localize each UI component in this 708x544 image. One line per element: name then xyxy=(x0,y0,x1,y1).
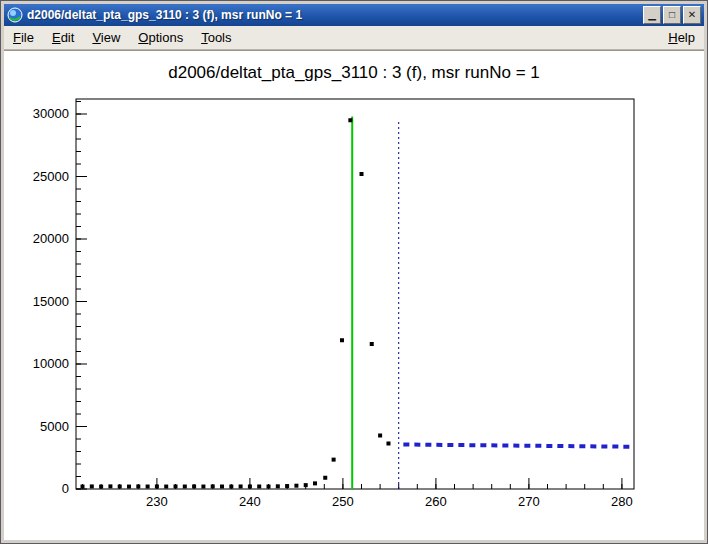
svg-text:0: 0 xyxy=(62,481,69,496)
menu-items: FileEditViewOptionsTools xyxy=(4,26,241,49)
svg-text:25000: 25000 xyxy=(33,169,69,184)
menu-item-tools[interactable]: Tools xyxy=(192,26,240,49)
plot-canvas[interactable]: d2006/deltat_pta_gps_3110 : 3 (f), msr r… xyxy=(4,50,704,540)
menu-item-options[interactable]: Options xyxy=(129,26,192,49)
menu-item-help[interactable]: Help xyxy=(659,26,704,49)
main-window: d2006/deltat_pta_gps_3110 : 3 (f), msr r… xyxy=(0,0,708,544)
svg-text:240: 240 xyxy=(239,494,261,509)
app-icon xyxy=(7,7,23,23)
svg-text:260: 260 xyxy=(425,494,447,509)
minimize-button[interactable]: ▁ xyxy=(643,6,661,24)
menu-item-edit[interactable]: Edit xyxy=(43,26,83,49)
svg-text:270: 270 xyxy=(518,494,540,509)
svg-text:20000: 20000 xyxy=(33,231,69,246)
svg-text:5000: 5000 xyxy=(40,419,69,434)
svg-text:280: 280 xyxy=(611,494,633,509)
titlebar-controls: ▁□✕ xyxy=(643,6,701,24)
svg-text:30000: 30000 xyxy=(33,106,69,121)
menu-spacer xyxy=(241,26,660,49)
svg-text:230: 230 xyxy=(146,494,168,509)
window-title: d2006/deltat_pta_gps_3110 : 3 (f), msr r… xyxy=(27,8,639,22)
menu-item-file[interactable]: File xyxy=(4,26,43,49)
maximize-button[interactable]: □ xyxy=(663,6,681,24)
svg-text:10000: 10000 xyxy=(33,356,69,371)
menu-item-view[interactable]: View xyxy=(83,26,129,49)
menu-bar: FileEditViewOptionsTools Help xyxy=(4,26,704,50)
svg-text:15000: 15000 xyxy=(33,294,69,309)
plot-svg: 2302402502602702800500010000150002000025… xyxy=(4,51,704,540)
svg-text:250: 250 xyxy=(332,494,354,509)
close-button[interactable]: ✕ xyxy=(683,6,701,24)
title-bar[interactable]: d2006/deltat_pta_gps_3110 : 3 (f), msr r… xyxy=(4,4,704,26)
